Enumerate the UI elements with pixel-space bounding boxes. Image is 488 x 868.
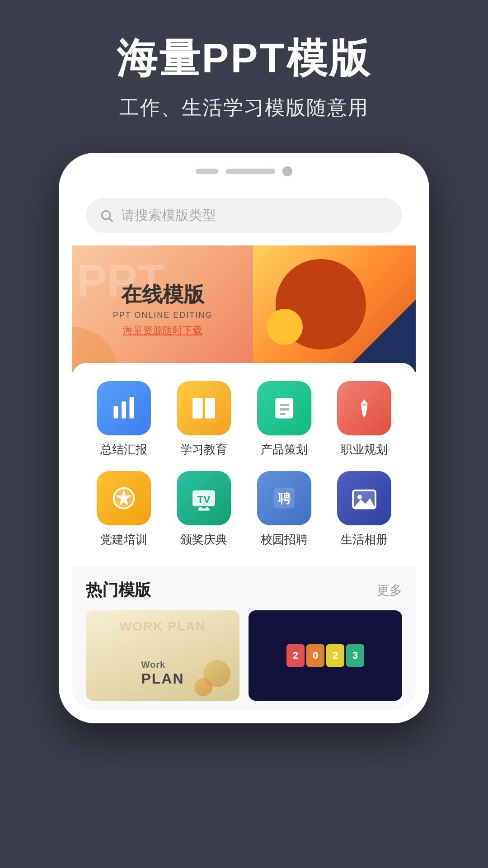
svg-rect-4 xyxy=(129,397,134,419)
banner-title: 在线模版 xyxy=(121,281,204,309)
book-icon xyxy=(190,395,217,422)
category-label-career: 职业规划 xyxy=(341,442,388,458)
work-plan-title: Work PLAN xyxy=(136,655,188,692)
hot-templates-section: 热门模版 更多 WORK PLAN Work PLAN xyxy=(72,566,416,710)
template-2023[interactable]: 2 0 2 3 xyxy=(249,610,402,701)
banner-triangle xyxy=(343,300,416,372)
svg-rect-3 xyxy=(122,401,126,419)
svg-text:TV: TV xyxy=(197,494,211,505)
banner-subtitle-en: PPT ONLINE EDITING xyxy=(113,311,213,320)
bar-chart-icon xyxy=(110,395,137,422)
banner-left[interactable]: 在线模版 PPT ONLINE EDITING 海量资源随时下载 xyxy=(72,245,253,372)
category-label-award: 颁奖庆典 xyxy=(180,532,227,547)
hot-more-button[interactable]: 更多 xyxy=(377,582,402,599)
category-label-education: 学习教育 xyxy=(180,442,227,458)
main-subtitle: 工作、生活学习模版随意用 xyxy=(27,94,461,121)
tv-icon: TV xyxy=(190,485,217,512)
digit-2b: 2 xyxy=(326,644,344,667)
category-label-album: 生活相册 xyxy=(341,532,388,547)
svg-marker-13 xyxy=(361,399,368,417)
phone-frame: 请搜索模版类型 在线模版 PPT ONLINE EDITING 海量资源随时下载 xyxy=(59,153,429,723)
hot-title: 热门模版 xyxy=(86,579,151,601)
search-input-wrapper[interactable]: 请搜索模版类型 xyxy=(86,198,402,233)
category-icon-education xyxy=(177,381,231,435)
svg-rect-2 xyxy=(113,406,118,419)
category-product[interactable]: 产品策划 xyxy=(246,381,322,458)
templates-grid: WORK PLAN Work PLAN 2 0 2 xyxy=(86,610,402,701)
tie-icon xyxy=(351,395,378,422)
category-icon-recruit: 聘 xyxy=(257,471,311,525)
phone-mockup: 请搜索模版类型 在线模版 PPT ONLINE EDITING 海量资源随时下载 xyxy=(0,153,488,723)
hot-header: 热门模版 更多 xyxy=(86,579,402,601)
star-gear-icon xyxy=(110,485,137,512)
recruit-icon: 聘 xyxy=(271,485,298,512)
work-plan-plan-text: PLAN xyxy=(141,670,184,687)
svg-text:聘: 聘 xyxy=(277,491,291,505)
category-award[interactable]: TV 颁奖庆典 xyxy=(166,471,242,547)
category-icon-product xyxy=(257,381,311,435)
category-label-summary: 总结汇报 xyxy=(100,442,147,458)
year-display: 2 0 2 3 xyxy=(282,640,369,671)
category-icon-award: TV xyxy=(177,471,231,525)
svg-line-1 xyxy=(109,218,113,222)
digit-2: 2 xyxy=(286,644,305,667)
main-title: 海量PPT模版 xyxy=(27,36,461,81)
banner-desc: 海量资源随时下载 xyxy=(123,324,202,337)
category-icon-album xyxy=(337,471,391,525)
search-section: 请搜索模版类型 xyxy=(72,185,416,245)
phone-camera xyxy=(282,166,292,176)
category-label-product: 产品策划 xyxy=(261,442,308,458)
photo-icon xyxy=(351,485,378,512)
phone-screen: 请搜索模版类型 在线模版 PPT ONLINE EDITING 海量资源随时下载 xyxy=(72,185,416,710)
header-section: 海量PPT模版 工作、生活学习模版随意用 xyxy=(0,0,488,139)
category-party[interactable]: 党建培训 xyxy=(86,471,162,547)
category-album[interactable]: 生活相册 xyxy=(327,471,403,547)
category-summary[interactable]: 总结汇报 xyxy=(86,381,162,458)
template-work-plan[interactable]: WORK PLAN Work PLAN xyxy=(86,610,239,701)
phone-speaker-left xyxy=(196,169,218,174)
digit-3: 3 xyxy=(346,644,364,667)
document-icon xyxy=(271,395,298,422)
svg-point-25 xyxy=(357,495,362,500)
category-icon-party xyxy=(97,471,151,525)
category-icon-career xyxy=(337,381,391,435)
phone-notch xyxy=(72,166,416,176)
digit-0: 0 xyxy=(306,644,324,667)
category-icon-summary xyxy=(97,381,151,435)
banner-right[interactable] xyxy=(253,245,416,372)
search-icon xyxy=(99,208,114,223)
banner-circle-small xyxy=(267,309,303,345)
svg-point-0 xyxy=(102,211,110,219)
phone-speaker-center xyxy=(225,169,275,174)
work-plan-main-text: Work xyxy=(141,659,184,670)
category-label-recruit: 校园招聘 xyxy=(261,532,308,547)
categories-section: 总结汇报 学习教育 xyxy=(72,363,416,566)
category-label-party: 党建培训 xyxy=(100,532,147,547)
search-placeholder: 请搜索模版类型 xyxy=(121,206,216,225)
category-career[interactable]: 职业规划 xyxy=(327,381,403,458)
banner-section: 在线模版 PPT ONLINE EDITING 海量资源随时下载 xyxy=(72,245,416,372)
category-education[interactable]: 学习教育 xyxy=(166,381,242,458)
categories-grid: 总结汇报 学习教育 xyxy=(86,381,402,547)
category-recruit[interactable]: 聘 校园招聘 xyxy=(246,471,322,547)
